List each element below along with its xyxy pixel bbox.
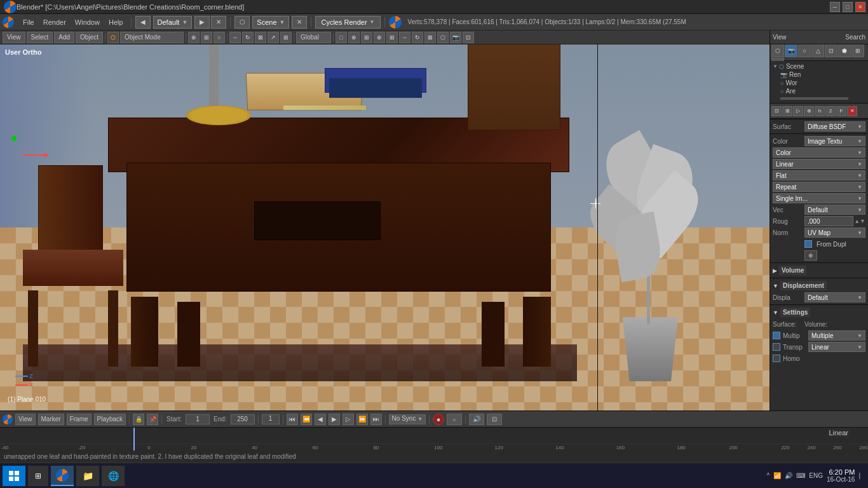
prop-icon-3[interactable]: ▷ [793, 106, 803, 116]
transform-space-dropdown[interactable]: Global [296, 32, 331, 43]
tl-end-input[interactable]: 250 [231, 414, 255, 424]
tl-keyframe-btn[interactable]: ⬦ [447, 414, 462, 425]
tl-frame-btn[interactable]: Frame [67, 414, 92, 425]
tl-view-btn[interactable]: View [15, 414, 36, 425]
tl-play-btn[interactable]: ▶ [329, 414, 340, 425]
norm-dropdown[interactable]: UV Map ▼ [804, 227, 865, 238]
render-icon[interactable]: ⊡ [463, 32, 474, 43]
manipulator-icon-5[interactable]: ⊞ [386, 32, 398, 43]
scale-icon[interactable]: ⊠ [255, 32, 266, 43]
settings-collapse[interactable]: ▼ [773, 309, 778, 316]
manipulator-icon-6[interactable]: ↔ [399, 32, 410, 43]
tl-sync-dropdown[interactable]: No Sync ▼ [389, 414, 426, 424]
tl-start-input[interactable]: 1 [186, 414, 210, 424]
scene-dropdown[interactable]: Scene ▼ [252, 16, 289, 29]
blender-taskbar-btn[interactable] [51, 466, 74, 486]
manipulator-icon-7[interactable]: ↻ [412, 32, 423, 43]
workspace-close-btn[interactable]: ✕ [211, 16, 226, 29]
fromdupl-checkbox[interactable] [804, 240, 812, 248]
mode-dropdown[interactable]: Object Mode [120, 32, 184, 43]
homo-checkbox[interactable] [773, 355, 780, 362]
grab-icon[interactable]: ↔ [229, 32, 241, 43]
tree-item-more[interactable] [770, 95, 868, 102]
prop-icon-5[interactable]: h [815, 106, 825, 116]
engine-dropdown[interactable]: Cycles Render ▼ [315, 16, 380, 29]
tl-audio-btn[interactable]: 🔊 [469, 414, 484, 425]
translate-icon[interactable]: ↗ [268, 32, 279, 43]
tl-prev-key-btn[interactable]: ⏪ [301, 414, 312, 425]
prop-icon-1[interactable]: ⊡ [771, 106, 782, 116]
layervis-icon[interactable]: ⬡ [437, 32, 449, 43]
tree-item-world[interactable]: ○ Wor [770, 79, 868, 87]
material-icon-btn[interactable]: ⬟ [838, 44, 851, 57]
manipulator-icon-8[interactable]: ⊠ [424, 32, 436, 43]
world-icon-btn[interactable]: ○ [798, 44, 811, 57]
prop-icon-close[interactable]: ✕ [847, 106, 857, 116]
tl-scrub-btn[interactable]: ⊡ [487, 414, 502, 425]
select-menu-btn[interactable]: Select [27, 32, 53, 43]
show-desktop-btn[interactable]: | [858, 472, 860, 479]
vec-dropdown[interactable]: Default ▼ [804, 205, 865, 215]
tl-jump-start-btn[interactable]: ⏮ [287, 414, 298, 425]
timeline-ruler[interactable]: -40 -20 0 20 40 60 80 100 120 140 160 18… [0, 428, 868, 451]
mode-icon-btn[interactable]: ⬡ [107, 32, 119, 43]
tl-marker-btn[interactable]: Marker [38, 414, 64, 425]
tl-next-key-btn[interactable]: ⏩ [356, 414, 368, 425]
manipulator-icon-3[interactable]: ⊞ [361, 32, 372, 43]
color-prop[interactable]: Color ▼ [773, 147, 865, 158]
volume-collapse[interactable]: ▶ [773, 268, 777, 274]
tl-pin-btn[interactable]: 📌 [147, 414, 158, 425]
repeat-dropdown[interactable]: Repeat ▼ [773, 182, 865, 192]
pivot-icon[interactable]: ⊕ [188, 32, 200, 43]
manipulator-icon-1[interactable]: □ [336, 32, 347, 43]
maximize-button[interactable]: □ [843, 2, 853, 12]
render-icon-btn[interactable]: 📷 [785, 44, 797, 57]
add-menu-btn[interactable]: Add [54, 32, 74, 43]
multip-checkbox[interactable] [773, 332, 780, 339]
close-button[interactable]: ✕ [855, 2, 865, 12]
window-menu[interactable]: Window [71, 14, 104, 30]
minimize-button[interactable]: ─ [830, 2, 840, 12]
color-dropdown[interactable]: Image Textu ▼ [804, 136, 865, 146]
linear-dropdown[interactable]: Linear ▼ [773, 159, 865, 169]
rotate-icon[interactable]: ↻ [242, 32, 254, 43]
mesh-icon-btn[interactable]: ⊡ [825, 44, 837, 57]
tree-item-scene[interactable]: ▼ ⬡ Scene [770, 62, 868, 71]
object-icon-btn[interactable]: △ [811, 44, 824, 57]
render-menu[interactable]: Render [39, 14, 70, 30]
transp-checkbox[interactable] [773, 343, 780, 351]
transform-icon[interactable]: ⊞ [280, 32, 292, 43]
tl-current-frame[interactable]: 1 [262, 414, 280, 424]
fromdupl-icon-btn[interactable]: ⊕ [804, 250, 817, 261]
manipulator-icon-2[interactable]: ⊕ [348, 32, 360, 43]
multip-dropdown[interactable]: Multiple ▼ [808, 330, 865, 341]
tl-jump-end-btn[interactable]: ⏭ [370, 414, 382, 425]
taskview-button[interactable]: ⊞ [28, 466, 48, 486]
view-menu-btn[interactable]: View [3, 32, 25, 43]
prop-icon-4[interactable]: ⊕ [804, 106, 814, 116]
tree-item-area[interactable]: ○ Are [770, 87, 868, 95]
workspace-prev-btn[interactable]: ◀ [135, 16, 151, 29]
tray-arrow[interactable]: ^ [767, 472, 770, 479]
scene-icon-btn[interactable]: ⬡ [234, 16, 250, 29]
scene-close-btn[interactable]: ✕ [292, 16, 307, 29]
tl-next-frame-btn[interactable]: ▷ [342, 414, 354, 425]
proportional-icon[interactable]: ○ [214, 32, 225, 43]
tl-record-btn[interactable]: ● [433, 414, 444, 425]
browser-taskbar-btn[interactable]: 🌐 [102, 466, 125, 486]
singleim-dropdown[interactable]: Single Im... ▼ [773, 193, 865, 203]
prop-icon-7[interactable]: F [836, 106, 846, 116]
manipulator-icon-4[interactable]: ⊕ [374, 32, 385, 43]
prop-icon-2[interactable]: ⊞ [782, 106, 792, 116]
texture-icon-btn[interactable]: ⊞ [851, 44, 864, 57]
workspace-next-btn[interactable]: ▶ [194, 16, 210, 29]
roug-input[interactable]: .000 [804, 216, 853, 226]
scene-icon-btn[interactable]: ⬡ [771, 44, 784, 57]
surface-dropdown[interactable]: Diffuse BSDF ▼ [804, 121, 865, 132]
tl-prev-frame-btn[interactable]: ◀ [315, 414, 326, 425]
displacement-collapse[interactable]: ▼ [773, 283, 778, 289]
file-menu[interactable]: File [19, 14, 38, 30]
displa-dropdown[interactable]: Default ▼ [804, 292, 865, 302]
camera-icon[interactable]: 📷 [450, 32, 461, 43]
object-menu-btn[interactable]: Object [76, 32, 103, 43]
